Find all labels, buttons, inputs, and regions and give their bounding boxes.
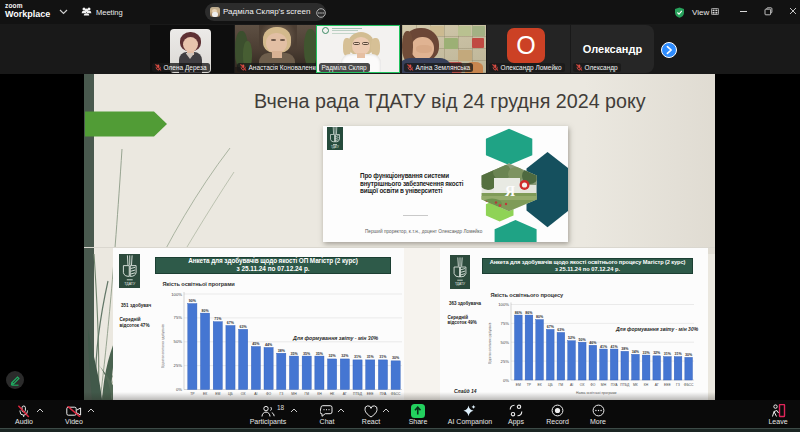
svg-text:32%: 32%: [329, 354, 337, 358]
svg-text:0%: 0%: [503, 378, 509, 383]
svg-text:ЕЕЕ: ЕЕЕ: [664, 383, 672, 387]
svg-text:50%: 50%: [174, 339, 183, 344]
svg-text:ФБСС: ФБСС: [684, 383, 694, 387]
svg-text:50%: 50%: [501, 340, 510, 345]
svg-text:АІ: АІ: [570, 383, 573, 387]
svg-text:31%: 31%: [674, 352, 682, 356]
svg-text:31%: 31%: [367, 355, 375, 359]
svg-text:80%: 80%: [201, 309, 209, 313]
svg-text:ФО: ФО: [590, 383, 596, 387]
svg-text:38%: 38%: [278, 349, 286, 353]
svg-text:ГМ: ГМ: [559, 383, 564, 387]
svg-text:71%: 71%: [214, 317, 222, 321]
svg-text:ЕМ: ЕМ: [516, 383, 521, 387]
svg-text:50%: 50%: [579, 338, 587, 342]
svg-text:63%: 63%: [557, 328, 565, 332]
svg-text:38%: 38%: [621, 347, 629, 351]
svg-text:МН: МН: [601, 383, 607, 387]
svg-text:КН: КН: [644, 383, 649, 387]
svg-text:АГ: АГ: [655, 383, 659, 387]
svg-text:46%: 46%: [589, 341, 597, 345]
svg-text:35%: 35%: [303, 352, 311, 356]
svg-text:ТР: ТР: [527, 383, 532, 387]
svg-text:30%: 30%: [392, 356, 400, 360]
svg-text:67%: 67%: [547, 325, 555, 329]
svg-text:35%: 35%: [290, 352, 298, 356]
svg-text:41%: 41%: [600, 345, 608, 349]
svg-text:86%: 86%: [525, 311, 533, 315]
svg-text:45%: 45%: [252, 342, 260, 346]
svg-text:ОХ: ОХ: [580, 383, 585, 387]
svg-text:30%: 30%: [685, 353, 693, 357]
svg-text:31%: 31%: [354, 355, 362, 359]
svg-text:ТДАТУ: ТДАТУ: [455, 282, 466, 286]
svg-text:31%: 31%: [664, 352, 672, 356]
svg-text:67%: 67%: [227, 321, 235, 325]
svg-text:31%: 31%: [379, 355, 387, 359]
svg-text:44%: 44%: [265, 343, 273, 347]
svg-text:32%: 32%: [341, 354, 349, 358]
svg-text:75%: 75%: [174, 315, 183, 320]
svg-text:ГЗ: ГЗ: [676, 383, 680, 387]
svg-text:32%: 32%: [653, 351, 661, 355]
svg-text:35%: 35%: [316, 352, 324, 356]
svg-text:25%: 25%: [501, 359, 510, 364]
svg-text:80%: 80%: [536, 315, 544, 319]
svg-text:МК: МК: [633, 383, 638, 387]
svg-text:ПТБД: ПТБД: [620, 383, 630, 387]
svg-text:100%: 100%: [498, 302, 509, 307]
svg-text:100%: 100%: [171, 292, 182, 297]
svg-text:ЦБ: ЦБ: [548, 383, 554, 387]
svg-text:86%: 86%: [515, 311, 523, 315]
svg-text:25%: 25%: [174, 363, 183, 368]
svg-text:52%: 52%: [568, 336, 576, 340]
svg-text:41%: 41%: [611, 345, 619, 349]
svg-text:ПУА: ПУА: [611, 383, 618, 387]
svg-text:90%: 90%: [189, 299, 197, 303]
svg-text:75%: 75%: [501, 321, 510, 326]
svg-text:63%: 63%: [240, 325, 248, 329]
svg-text:33%: 33%: [642, 351, 650, 355]
svg-text:34%: 34%: [632, 350, 640, 354]
svg-text:ЕК: ЕК: [537, 383, 541, 387]
